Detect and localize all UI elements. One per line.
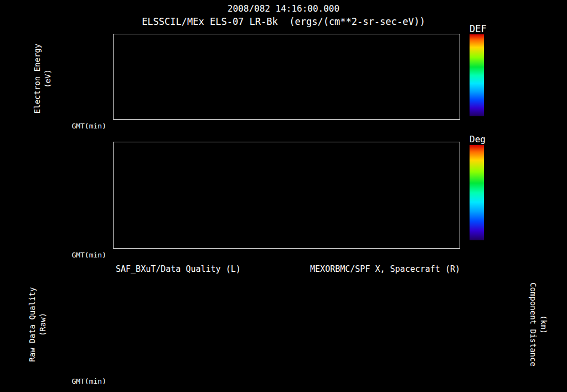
line-x-axis-label: GMT(min) <box>60 377 106 385</box>
line-right-y-axis-label-text: Component Distance <box>528 282 538 367</box>
deg-colorbar <box>470 145 484 240</box>
page-title: 2008/082 14:16:00.000 <box>0 3 567 14</box>
pitch-angle-canvas <box>114 142 460 248</box>
pitch-x-axis-label: GMT(min) <box>60 251 106 259</box>
line-right-y-axis-label: (km) Component Distance <box>528 282 549 367</box>
screenshot-root: 2008/082 14:16:00.000 ELSSCIL/MEx ELS-07… <box>0 0 567 392</box>
line-right-y-axis-units: (km) <box>538 282 549 367</box>
line-left-y-axis-units: (Raw) <box>38 287 48 362</box>
def-colorbar-title: DEF <box>470 23 487 34</box>
def-colorbar <box>470 34 484 116</box>
electron-energy-spectrogram-canvas <box>114 34 460 119</box>
line-left-y-axis-label: Raw Data Quality (Raw) <box>27 287 48 362</box>
line-chart-left-title: SAF_BXuT/Data Quality (L) <box>116 264 241 274</box>
line-chart-canvas <box>114 280 460 373</box>
spectrogram-y-axis-units: (eV) <box>43 44 53 114</box>
deg-colorbar-title: Deg <box>470 134 486 145</box>
spectrogram-x-axis-label: GMT(min) <box>60 122 106 130</box>
line-left-y-axis-label-text: Raw Data Quality <box>27 287 38 362</box>
spectrogram-y-axis-label: Electron Energy (eV) <box>32 44 53 114</box>
line-chart-right-title: MEXORBMC/SPF X, Spacecraft (R) <box>277 264 460 274</box>
spectrogram-y-axis-label-text: Electron Energy <box>32 44 43 114</box>
